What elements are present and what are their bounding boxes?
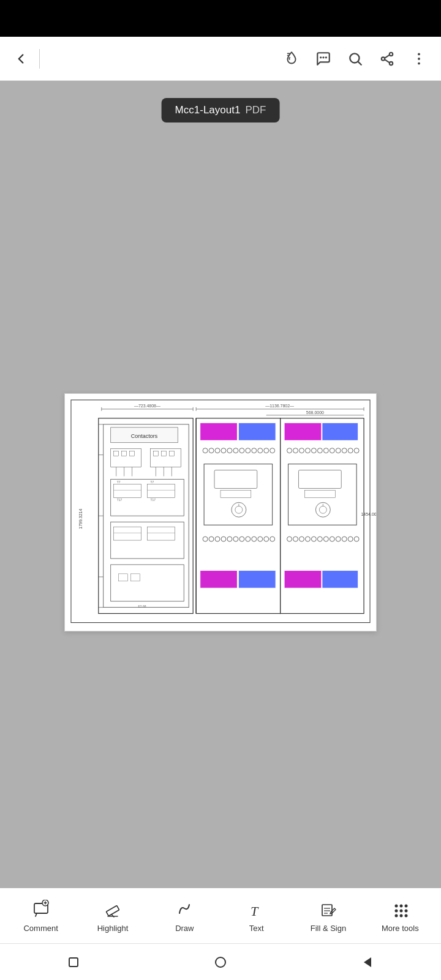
svg-text:1799.3214: 1799.3214	[78, 509, 83, 529]
svg-rect-67	[239, 423, 276, 440]
svg-text:T7: T7	[150, 480, 154, 484]
svg-rect-66	[200, 423, 237, 440]
home-button[interactable]	[205, 947, 236, 978]
more-tools-button[interactable]: More tools	[372, 891, 428, 940]
svg-rect-146	[106, 906, 119, 916]
back-nav-button[interactable]	[352, 947, 383, 978]
svg-text:568.0000: 568.0000	[306, 410, 324, 415]
svg-point-13	[418, 58, 420, 60]
highlight-tool-button[interactable]: Highlight	[85, 891, 140, 940]
svg-text:T17: T17	[150, 498, 156, 502]
svg-rect-98	[200, 571, 237, 588]
svg-text:Contactors: Contactors	[131, 433, 158, 439]
svg-text:—723.4808—: —723.4808—	[134, 404, 160, 408]
more-tools-label: More tools	[382, 924, 419, 933]
comment-tool-button[interactable]: Comment	[13, 891, 69, 940]
fill-sign-tool-icon	[317, 899, 339, 921]
svg-rect-101	[285, 423, 322, 440]
header-divider	[39, 49, 40, 69]
draw-tool-button[interactable]: Draw	[157, 891, 212, 940]
svg-rect-99	[239, 571, 276, 588]
svg-rect-102	[322, 423, 358, 440]
back-button[interactable]	[7, 45, 34, 72]
status-bar	[0, 0, 441, 37]
svg-point-161	[400, 914, 403, 918]
more-options-button[interactable]	[404, 44, 434, 74]
svg-text:T17: T17	[117, 498, 123, 502]
svg-point-154	[395, 905, 398, 908]
more-tools-icon	[389, 899, 411, 921]
svg-rect-163	[69, 958, 78, 967]
svg-text:—1136.7802—: —1136.7802—	[265, 404, 294, 408]
svg-marker-165	[364, 957, 371, 967]
bottom-area: Comment Highlight Draw	[0, 888, 441, 980]
svg-point-162	[405, 914, 408, 918]
svg-point-156	[405, 905, 408, 908]
text-tool-icon: T	[246, 899, 268, 921]
fill-sign-tool-label: Fill & Sign	[311, 924, 347, 933]
android-nav-bar	[0, 943, 441, 980]
svg-line-10	[385, 55, 390, 58]
svg-text:E2.68: E2.68	[138, 605, 146, 608]
search-button[interactable]	[341, 44, 370, 74]
svg-line-6	[358, 62, 361, 65]
svg-point-157	[395, 910, 398, 913]
comment-button[interactable]	[309, 44, 338, 74]
reading-mode-button[interactable]	[277, 44, 306, 74]
main-content: Mcc1-Layout1 PDF —723.4808— —1136.7802— …	[0, 81, 441, 906]
svg-point-164	[216, 957, 225, 967]
svg-rect-134	[322, 571, 358, 588]
svg-text:T7: T7	[117, 480, 121, 484]
document-title-tooltip: Mcc1-Layout1 PDF	[162, 98, 280, 123]
recents-button[interactable]	[58, 947, 89, 978]
app-header	[0, 37, 441, 81]
pdf-content: —723.4808— —1136.7802— 568.0000 Contacto…	[65, 394, 376, 628]
svg-line-11	[385, 59, 390, 62]
comment-tool-icon	[30, 899, 52, 921]
highlight-tool-icon	[102, 899, 124, 921]
svg-point-160	[395, 914, 398, 918]
comment-tool-label: Comment	[23, 924, 58, 933]
fill-sign-tool-button[interactable]: Fill & Sign	[301, 891, 356, 940]
pdf-page: —723.4808— —1136.7802— 568.0000 Contacto…	[64, 393, 377, 631]
svg-point-158	[400, 910, 403, 913]
text-tool-label: Text	[249, 924, 264, 933]
svg-point-14	[418, 62, 420, 64]
document-type: PDF	[245, 104, 266, 116]
draw-tool-icon	[173, 899, 195, 921]
share-button[interactable]	[372, 44, 402, 74]
svg-point-12	[418, 53, 420, 55]
toolbar-tools: Comment Highlight Draw	[0, 888, 441, 943]
svg-rect-133	[285, 571, 322, 588]
highlight-tool-label: Highlight	[97, 924, 129, 933]
svg-text:T: T	[251, 903, 259, 919]
header-icons	[277, 44, 434, 74]
document-title: Mcc1-Layout1	[175, 104, 241, 116]
text-tool-button[interactable]: T Text	[229, 891, 284, 940]
svg-text:1454.000: 1454.000	[361, 512, 376, 516]
svg-point-159	[405, 910, 408, 913]
draw-tool-label: Draw	[175, 924, 194, 933]
svg-point-155	[400, 905, 403, 908]
